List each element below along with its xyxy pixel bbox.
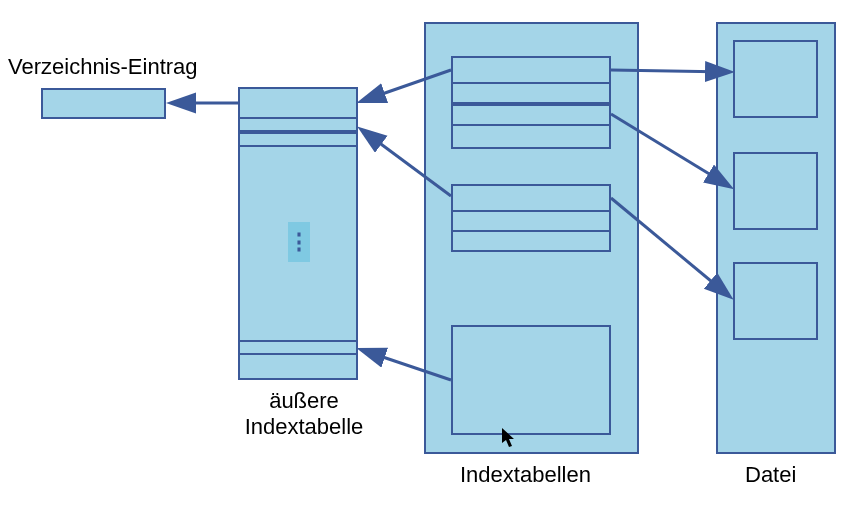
index-box-top-row1: [451, 82, 611, 104]
datei-label: Datei: [745, 462, 796, 488]
ellipsis-box: ⋮: [288, 222, 310, 262]
index-box-bottom: [451, 325, 611, 435]
outer-indextable-label: äußere Indextabelle: [224, 388, 384, 440]
datei-box-2: [733, 152, 818, 230]
datei-box-3: [733, 262, 818, 340]
outer-row-last: [238, 340, 358, 355]
outer-row-1: [238, 117, 358, 132]
datei-box-1: [733, 40, 818, 118]
index-box-mid-row1: [451, 210, 611, 232]
indextabellen-label: Indextabellen: [460, 462, 591, 488]
verzeichnis-label: Verzeichnis-Eintrag: [8, 54, 198, 80]
outer-row-2: [238, 132, 358, 147]
directory-entry-box: [41, 88, 166, 119]
index-box-top-row2: [451, 104, 611, 126]
ellipsis-icon: ⋮: [288, 229, 310, 255]
